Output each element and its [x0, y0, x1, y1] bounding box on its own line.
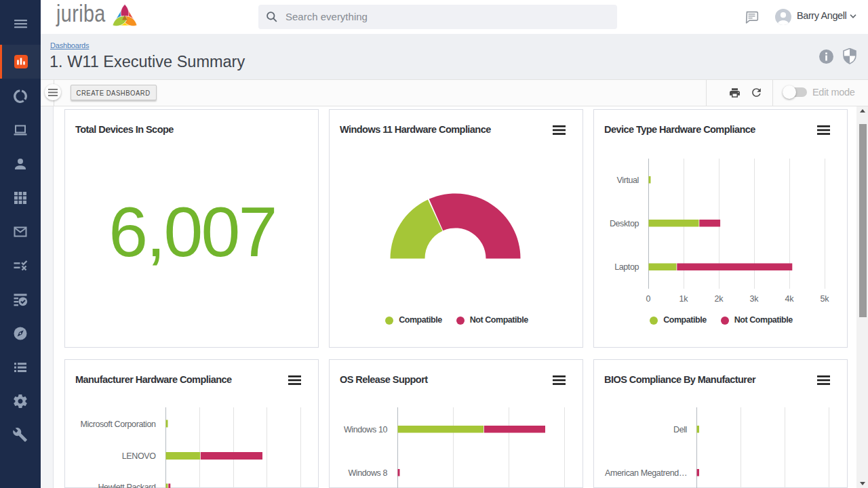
svg-text:1k: 1k — [679, 294, 688, 304]
svg-text:LENOVO: LENOVO — [122, 451, 156, 461]
svg-text:Virtual: Virtual — [617, 176, 639, 185]
svg-text:3k: 3k — [749, 294, 759, 304]
svg-text:Laptop: Laptop — [614, 262, 639, 272]
svg-text:5k: 5k — [820, 294, 829, 304]
svg-text:Windows 10: Windows 10 — [344, 425, 388, 434]
svg-text:2k: 2k — [714, 294, 724, 304]
svg-text:Microsoft Corporation: Microsoft Corporation — [80, 420, 156, 429]
svg-text:0: 0 — [646, 294, 651, 304]
svg-text:4k: 4k — [785, 294, 794, 304]
svg-text:American Megatrend…: American Megatrend… — [605, 468, 687, 478]
svg-text:Desktop: Desktop — [610, 219, 639, 228]
svg-text:Windows 8: Windows 8 — [348, 468, 387, 478]
svg-text:Dell: Dell — [673, 425, 687, 434]
svg-text:Hewlett Packard: Hewlett Packard — [98, 483, 155, 488]
